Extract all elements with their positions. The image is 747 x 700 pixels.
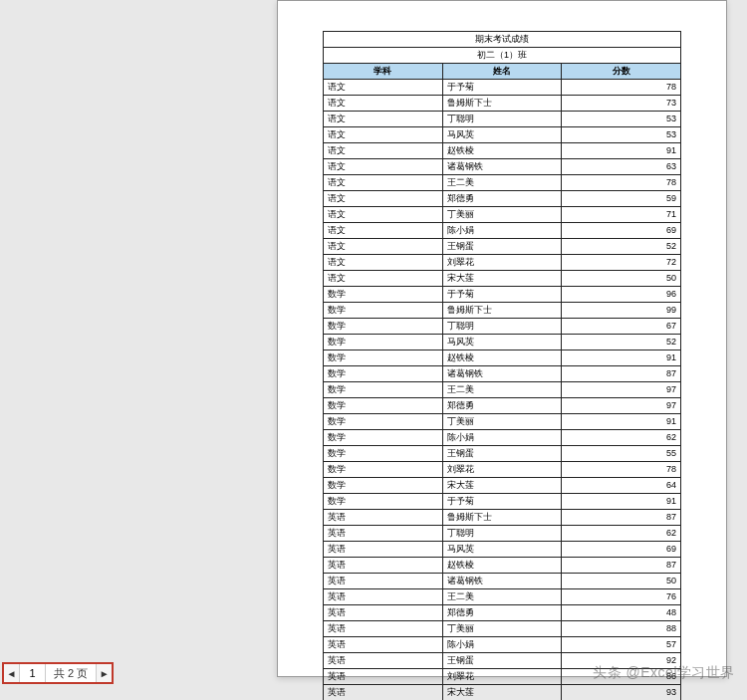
cell-name: 鲁姆斯下士 <box>442 303 562 319</box>
table-row: 语文王二美78 <box>324 175 681 191</box>
table-row: 英语诸葛钢铁50 <box>324 574 681 589</box>
table-row: 数学丁美丽91 <box>324 414 681 430</box>
cell-name: 宋大莲 <box>442 271 562 287</box>
cell-name: 刘翠花 <box>442 669 562 685</box>
cell-score: 87 <box>562 558 681 574</box>
cell-subject: 语文 <box>324 223 443 239</box>
cell-name: 诸葛钢铁 <box>442 366 562 382</box>
cell-score: 78 <box>562 175 681 191</box>
cell-score: 91 <box>562 143 681 159</box>
cell-score: 59 <box>562 191 681 207</box>
cell-name: 丁聪明 <box>442 319 562 335</box>
cell-subject: 英语 <box>324 510 443 526</box>
cell-name: 陈小娟 <box>442 223 562 239</box>
cell-score: 48 <box>562 605 681 621</box>
page-total-label: 共 2 页 <box>46 664 96 682</box>
cell-score: 97 <box>562 398 681 414</box>
cell-score: 73 <box>562 96 681 112</box>
cell-subject: 数学 <box>324 366 443 382</box>
cell-subject: 数学 <box>324 335 443 350</box>
col-name-header: 姓名 <box>442 64 562 80</box>
cell-subject: 数学 <box>324 430 443 446</box>
report-class: 初二（1）班 <box>324 48 681 64</box>
cell-name: 王二美 <box>442 589 562 605</box>
cell-score: 57 <box>562 637 681 653</box>
cell-score: 97 <box>562 382 681 398</box>
table-row: 数学王钢蛋55 <box>324 446 681 462</box>
cell-name: 刘翠花 <box>442 255 562 271</box>
table-row: 语文于予菊78 <box>324 80 681 96</box>
cell-score: 53 <box>562 127 681 143</box>
cell-score: 91 <box>562 414 681 430</box>
cell-name: 王二美 <box>442 382 562 398</box>
cell-name: 宋大莲 <box>442 685 562 701</box>
cell-name: 陈小娟 <box>442 637 562 653</box>
table-row: 语文陈小娟69 <box>324 223 681 239</box>
cell-subject: 数学 <box>324 494 443 510</box>
watermark-text: 头条 @Excel学习世界 <box>593 664 735 682</box>
cell-score: 99 <box>562 303 681 319</box>
table-row: 语文鲁姆斯下士73 <box>324 96 681 112</box>
cell-name: 于予菊 <box>442 80 562 96</box>
cell-subject: 语文 <box>324 191 443 207</box>
cell-name: 丁美丽 <box>442 414 562 430</box>
table-row: 数学刘翠花78 <box>324 462 681 478</box>
cell-subject: 数学 <box>324 350 443 366</box>
next-page-button[interactable]: ► <box>96 664 112 682</box>
cell-score: 72 <box>562 255 681 271</box>
cell-name: 于予菊 <box>442 494 562 510</box>
cell-score: 91 <box>562 350 681 366</box>
cell-subject: 语文 <box>324 271 443 287</box>
cell-subject: 语文 <box>324 207 443 223</box>
cell-name: 宋大莲 <box>442 478 562 494</box>
print-preview-page: 期末考试成绩 初二（1）班 学科 姓名 分数 语文于予菊78语文鲁姆斯下士73语… <box>277 0 727 677</box>
cell-subject: 英语 <box>324 526 443 542</box>
cell-name: 诸葛钢铁 <box>442 574 562 589</box>
cell-score: 50 <box>562 574 681 589</box>
table-row: 语文宋大莲50 <box>324 271 681 287</box>
cell-score: 62 <box>562 430 681 446</box>
cell-subject: 英语 <box>324 574 443 589</box>
cell-name: 王钢蛋 <box>442 239 562 255</box>
table-row: 语文丁美丽71 <box>324 207 681 223</box>
col-score-header: 分数 <box>562 64 681 80</box>
cell-name: 鲁姆斯下士 <box>442 96 562 112</box>
table-title-row: 期末考试成绩 <box>324 32 681 48</box>
cell-name: 丁聪明 <box>442 112 562 127</box>
cell-score: 93 <box>562 685 681 701</box>
cell-name: 丁聪明 <box>442 526 562 542</box>
table-row: 英语陈小娟57 <box>324 637 681 653</box>
table-row: 语文王钢蛋52 <box>324 239 681 255</box>
cell-subject: 英语 <box>324 542 443 558</box>
prev-page-button[interactable]: ◄ <box>4 664 20 682</box>
table-row: 英语鲁姆斯下士87 <box>324 510 681 526</box>
table-row: 数学鲁姆斯下士99 <box>324 303 681 319</box>
table-row: 数学郑德勇97 <box>324 398 681 414</box>
table-row: 英语赵铁棱87 <box>324 558 681 574</box>
cell-name: 郑德勇 <box>442 605 562 621</box>
cell-subject: 数学 <box>324 414 443 430</box>
page-navigator: ◄ 共 2 页 ► <box>2 662 114 684</box>
table-row: 数学王二美97 <box>324 382 681 398</box>
cell-subject: 英语 <box>324 669 443 685</box>
cell-subject: 数学 <box>324 319 443 335</box>
page-number-input[interactable] <box>20 664 46 682</box>
cell-score: 78 <box>562 462 681 478</box>
cell-name: 马风英 <box>442 335 562 350</box>
table-row: 英语丁聪明62 <box>324 526 681 542</box>
cell-score: 76 <box>562 589 681 605</box>
cell-score: 67 <box>562 319 681 335</box>
table-row: 数学赵铁棱91 <box>324 350 681 366</box>
cell-score: 52 <box>562 239 681 255</box>
cell-score: 87 <box>562 510 681 526</box>
cell-subject: 数学 <box>324 398 443 414</box>
cell-score: 50 <box>562 271 681 287</box>
cell-score: 64 <box>562 478 681 494</box>
cell-subject: 数学 <box>324 287 443 303</box>
cell-name: 郑德勇 <box>442 191 562 207</box>
cell-score: 53 <box>562 112 681 127</box>
table-row: 英语马风英69 <box>324 542 681 558</box>
cell-subject: 语文 <box>324 255 443 271</box>
table-row: 数学宋大莲64 <box>324 478 681 494</box>
cell-subject: 语文 <box>324 239 443 255</box>
